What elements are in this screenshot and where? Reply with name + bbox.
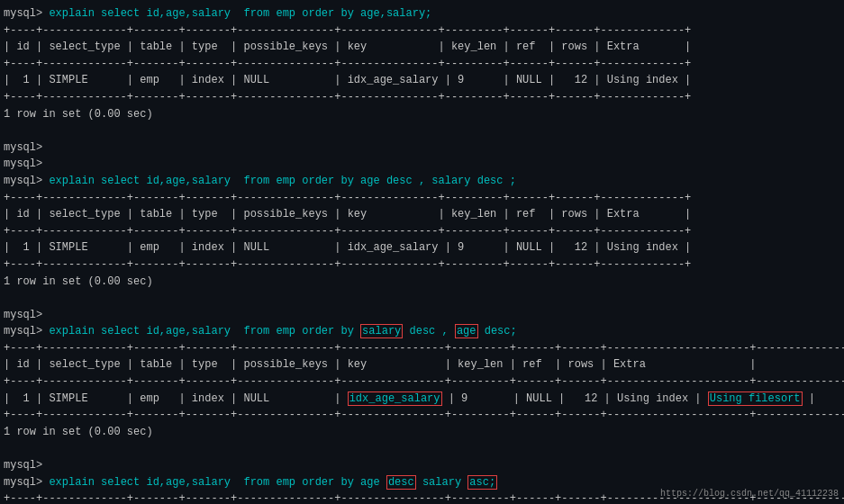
watermark: https://blog.csdn.net/qq_41112238 (660, 489, 839, 499)
command-line-1: mysql> explain select id,age,salary from… (4, 5, 840, 22)
prompt-3: mysql> (4, 325, 49, 338)
prompt-1: mysql> (4, 7, 49, 20)
highlight-age: age (455, 324, 478, 338)
prompt-blank-1: mysql> (4, 141, 42, 154)
highlight-asc-4: asc; (467, 475, 497, 490)
command-3-mid: desc , (403, 325, 455, 338)
header-1: | id | select_type | table | type | poss… (4, 39, 840, 56)
sep3-3: +----+-------------+-------+-------+----… (4, 407, 840, 424)
prompt-blank-2: mysql> (4, 158, 42, 170)
sep3-1: +----+-------------+-------+-------+----… (4, 89, 840, 106)
command-2: explain select id,age,salary from emp or… (49, 175, 515, 187)
command-line-2: mysql> explain select id,age,salary from… (4, 173, 840, 190)
prompt-4: mysql> (4, 476, 49, 489)
blank-prompt-3: mysql> (4, 307, 840, 324)
prompt-2: mysql> (4, 175, 49, 187)
row-3: | 1 | SIMPLE | emp | index | NULL | idx_… (4, 391, 840, 408)
sep2-2: +----+-------------+-------+-------+----… (4, 223, 840, 240)
result-2: 1 row in set (0.00 sec) (4, 274, 840, 291)
row-1: | 1 | SIMPLE | emp | index | NULL | idx_… (4, 72, 840, 89)
command-3-pre: explain select id,age,salary from emp or… (49, 325, 360, 338)
highlight-desc-4: desc (386, 475, 416, 490)
sep3-2: +----+-------------+-------+-------+----… (4, 256, 840, 274)
blank-prompt-1: mysql> (4, 140, 840, 157)
command-3-end: desc; (478, 325, 517, 338)
command-1: explain select id,age,salary from emp or… (49, 7, 431, 20)
command-line-3: mysql> explain select id,age,salary from… (4, 323, 840, 340)
highlight-idx-3: idx_age_salary (348, 392, 442, 406)
prompt-blank-3: mysql> (4, 309, 42, 321)
result-3: 1 row in set (0.00 sec) (4, 424, 840, 441)
sep1-1: +----+-------------+-------+-------+----… (4, 22, 840, 40)
result-1: 1 row in set (0.00 sec) (4, 106, 840, 123)
section-3: mysql> explain select id,age,salary from… (4, 323, 840, 440)
blank-1 (4, 122, 840, 140)
sep1-2: +----+-------------+-------+-------+----… (4, 190, 840, 207)
header-2: | id | select_type | table | type | poss… (4, 206, 840, 223)
blank-2 (4, 290, 840, 307)
terminal: mysql> explain select id,age,salary from… (0, 0, 844, 504)
row-2: | 1 | SIMPLE | emp | index | NULL | idx_… (4, 239, 840, 256)
section-2: mysql> explain select id,age,salary from… (4, 173, 840, 290)
blank-prompt-4: mysql> (4, 457, 840, 474)
command-4-mid: salary (416, 476, 468, 489)
sep2-1: +----+-------------+-------+-------+----… (4, 56, 840, 73)
highlight-filesort-3: Using filesort (708, 392, 803, 406)
section-1: mysql> explain select id,age,salary from… (4, 5, 840, 122)
prompt-blank-4: mysql> (4, 459, 42, 472)
blank-3 (4, 440, 840, 457)
highlight-salary: salary (360, 324, 403, 338)
blank-prompt-2: mysql> (4, 156, 840, 173)
command-4-pre: explain select id,age,salary from emp or… (49, 476, 386, 489)
sep1-3: +----+-------------+-------+-------+----… (4, 340, 840, 357)
sep2-3: +----+-------------+-------+-------+----… (4, 374, 840, 391)
header-3: | id | select_type | table | type | poss… (4, 356, 840, 374)
